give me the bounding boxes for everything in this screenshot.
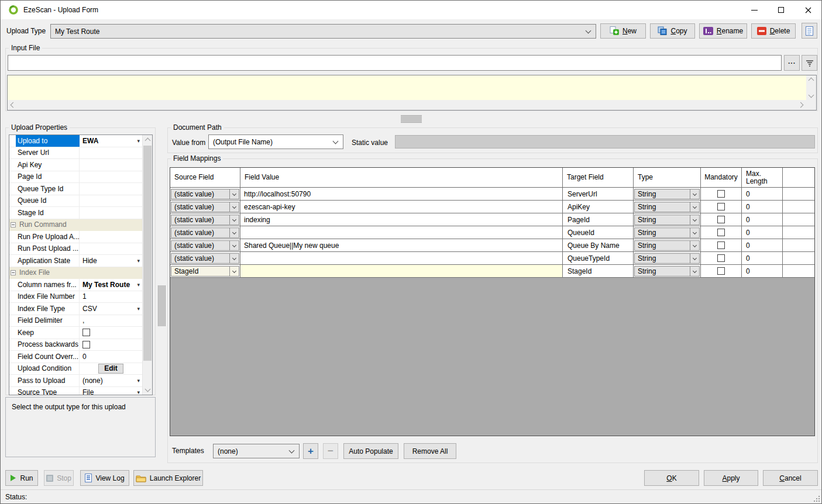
property-value[interactable] xyxy=(80,195,142,207)
horizontal-scrollbar[interactable] xyxy=(8,100,806,110)
field-value-cell[interactable]: http://localhost:50790 xyxy=(240,188,563,200)
type-dropdown[interactable]: String xyxy=(634,215,700,225)
chevron-down-icon[interactable] xyxy=(690,215,699,225)
checkbox[interactable] xyxy=(82,329,90,336)
dropdown-arrow-icon[interactable]: ▾ xyxy=(137,282,140,288)
chevron-down-icon[interactable] xyxy=(229,267,239,276)
property-row[interactable]: Keep xyxy=(9,327,142,339)
cancel-button[interactable]: Cancel xyxy=(763,470,818,486)
property-value[interactable]: Edit xyxy=(80,363,142,375)
property-row[interactable]: Api Key xyxy=(9,159,142,171)
maximize-button[interactable] xyxy=(768,1,795,19)
property-value[interactable]: 0 xyxy=(80,351,142,363)
scroll-up-icon[interactable] xyxy=(809,78,814,84)
source-field-dropdown[interactable]: (static value) xyxy=(171,240,239,251)
chevron-down-icon[interactable] xyxy=(690,267,699,276)
property-row[interactable]: Application StateHide▾ xyxy=(9,255,142,267)
mandatory-checkbox[interactable] xyxy=(717,241,725,249)
stop-button[interactable]: Stop xyxy=(44,470,74,486)
dropdown-arrow-icon[interactable]: ▾ xyxy=(137,258,140,264)
property-row[interactable]: Index File xyxy=(9,267,142,279)
upload-type-combobox[interactable]: My Test Route xyxy=(50,24,596,39)
property-value[interactable] xyxy=(80,159,142,171)
property-row[interactable]: Field Count Overr...0 xyxy=(9,351,142,363)
max-length-cell[interactable]: 0 xyxy=(742,226,783,239)
property-value[interactable] xyxy=(80,207,142,219)
mandatory-checkbox[interactable] xyxy=(717,254,725,262)
property-row[interactable]: Index File TypeCSV▾ xyxy=(9,303,142,315)
property-row[interactable]: Source TypeFile▾ xyxy=(9,387,142,395)
chevron-down-icon[interactable] xyxy=(229,215,239,225)
max-length-cell[interactable]: 0 xyxy=(742,213,783,226)
chevron-down-icon[interactable] xyxy=(229,241,239,250)
ok-button[interactable]: OK xyxy=(644,470,699,486)
chevron-down-icon[interactable] xyxy=(690,254,699,263)
mandatory-checkbox[interactable] xyxy=(717,190,725,198)
notes-textarea[interactable] xyxy=(8,75,806,100)
checkbox[interactable] xyxy=(82,341,90,348)
property-grid-scrollbar[interactable] xyxy=(142,135,152,395)
delete-button[interactable]: Delete xyxy=(751,23,796,39)
scroll-down-icon[interactable] xyxy=(145,386,151,392)
property-value[interactable] xyxy=(80,231,142,243)
scroll-left-icon[interactable] xyxy=(11,102,16,108)
type-dropdown[interactable]: String xyxy=(634,253,700,264)
remove-all-button[interactable]: Remove All xyxy=(404,443,456,459)
property-row[interactable]: Upload ConditionEdit xyxy=(9,363,142,375)
property-value[interactable] xyxy=(80,243,142,255)
property-row[interactable]: Run Command xyxy=(9,219,142,232)
type-dropdown[interactable]: String xyxy=(634,240,700,251)
type-dropdown[interactable]: String xyxy=(634,227,700,238)
property-row[interactable]: Field Delimiter, xyxy=(9,315,142,327)
notes-button[interactable] xyxy=(802,23,817,39)
chevron-down-icon[interactable] xyxy=(690,202,699,212)
view-log-button[interactable]: View Log xyxy=(80,470,129,486)
property-value[interactable]: , xyxy=(80,315,142,327)
input-file-path-field[interactable] xyxy=(8,55,782,71)
run-button[interactable]: Run xyxy=(5,470,38,486)
scrollbar-thumb[interactable] xyxy=(143,146,152,361)
edit-button[interactable]: Edit xyxy=(98,364,123,374)
property-row[interactable]: Page Id xyxy=(9,171,142,184)
field-value-cell[interactable]: indexing xyxy=(240,213,563,226)
property-value[interactable]: (none)▾ xyxy=(80,375,142,386)
new-button[interactable]: New xyxy=(600,23,646,39)
field-value-cell[interactable] xyxy=(240,226,563,239)
launch-explorer-button[interactable]: Launch Explorer xyxy=(133,470,203,486)
apply-button[interactable]: Apply xyxy=(704,470,758,486)
auto-populate-button[interactable]: Auto Populate xyxy=(343,443,398,459)
resize-grip[interactable] xyxy=(814,496,820,502)
field-value-cell[interactable] xyxy=(240,252,563,264)
property-value[interactable]: 1 xyxy=(80,291,142,303)
filter-button[interactable] xyxy=(802,55,817,71)
property-row[interactable]: Queue Type Id xyxy=(9,183,142,195)
chevron-down-icon[interactable] xyxy=(690,228,699,237)
property-value[interactable]: My Test Route▾ xyxy=(80,279,142,291)
chevron-down-icon[interactable] xyxy=(690,189,699,199)
chevron-down-icon[interactable] xyxy=(690,241,699,250)
property-row[interactable]: Run Pre Upload A... xyxy=(9,231,142,243)
scroll-down-icon[interactable] xyxy=(809,92,814,98)
dropdown-arrow-icon[interactable]: ▾ xyxy=(137,378,140,384)
property-value[interactable]: Hide▾ xyxy=(80,255,142,267)
minimize-button[interactable] xyxy=(741,1,768,19)
max-length-cell[interactable]: 0 xyxy=(742,239,783,251)
remove-template-button[interactable]: − xyxy=(323,443,338,459)
max-length-cell[interactable]: 0 xyxy=(742,201,783,213)
property-value[interactable] xyxy=(80,327,142,339)
property-row[interactable]: Upload toEWA▾ xyxy=(9,135,142,147)
property-row[interactable]: Run Post Upload ... xyxy=(9,243,142,256)
property-value[interactable]: File▾ xyxy=(80,387,142,395)
chevron-down-icon[interactable] xyxy=(229,189,239,199)
property-value[interactable] xyxy=(80,339,142,351)
property-row[interactable]: Server Url xyxy=(9,147,142,160)
max-length-cell[interactable]: 0 xyxy=(742,252,783,264)
source-field-dropdown[interactable]: (static value) xyxy=(171,253,239,264)
source-field-dropdown[interactable]: (static value) xyxy=(171,189,239,199)
property-row[interactable]: Index File Number1 xyxy=(9,291,142,303)
property-row[interactable]: Stage Id xyxy=(9,207,142,219)
value-from-combobox[interactable]: (Output File Name) xyxy=(208,134,343,149)
horizontal-splitter[interactable] xyxy=(401,115,422,123)
property-value[interactable] xyxy=(80,147,142,159)
chevron-down-icon[interactable] xyxy=(229,254,239,263)
